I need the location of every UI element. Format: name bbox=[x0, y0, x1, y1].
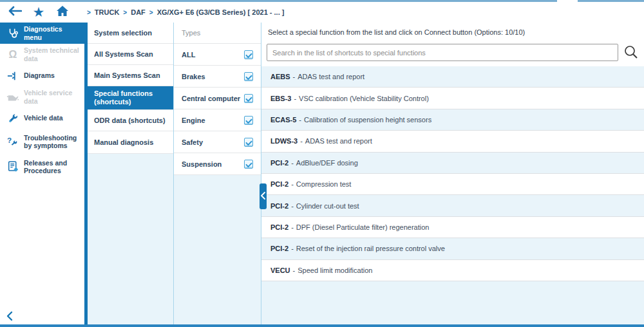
type-filter-label: Central computer bbox=[182, 95, 240, 102]
function-code: AEBS bbox=[270, 73, 290, 80]
special-function-row-pci2-rail-pressure[interactable]: PCI-2 - Reset of the injection rail pres… bbox=[261, 238, 644, 259]
special-functions-panel: Select a special function from the list … bbox=[261, 23, 644, 324]
special-function-row-ldws3-adas[interactable]: LDWS-3 - ADAS test and report bbox=[261, 131, 644, 152]
wiring-diagram-icon bbox=[5, 70, 21, 82]
sidebar-item-label: Diagnostics menu bbox=[21, 25, 82, 41]
sidebar-item-vehicle-service-data[interactable]: Vehicle service data bbox=[0, 86, 84, 107]
function-description: DPF (Diesel Particulate filter) regenera… bbox=[296, 223, 430, 231]
checked-checkbox[interactable] bbox=[244, 94, 253, 103]
function-separator: - bbox=[291, 180, 294, 188]
type-filter-central-computer[interactable]: Central computer bbox=[174, 88, 261, 109]
bottom-accent-strip bbox=[0, 324, 644, 327]
submenu-item-main-systems-scan[interactable]: Main Systems Scan bbox=[88, 65, 173, 86]
types-filter-column: Types ALL Brakes Central computer Engine… bbox=[174, 23, 261, 324]
diagnostics-submenu: System selection All Systems Scan Main S… bbox=[88, 23, 174, 324]
submenu-header-system-selection[interactable]: System selection bbox=[88, 23, 173, 44]
function-description: Speed limit modification bbox=[298, 266, 372, 274]
breadcrumb-item-daf[interactable]: DAF bbox=[131, 8, 146, 16]
home-button[interactable] bbox=[54, 4, 71, 21]
function-separator: - bbox=[294, 95, 296, 102]
special-function-row-ecas5-calibration[interactable]: ECAS-5 - Calibration of suspension heigh… bbox=[261, 109, 644, 131]
favorites-button[interactable] bbox=[30, 4, 47, 21]
submenu-item-manual-diagnosis[interactable]: Manual diagnosis bbox=[88, 131, 173, 154]
special-function-row-ebs3-vsc[interactable]: EBS-3 - VSC calibration (Vehicle Stabili… bbox=[261, 88, 644, 109]
function-code: LDWS-3 bbox=[270, 137, 298, 145]
function-code: PCI-2 bbox=[270, 202, 289, 210]
special-function-row-vecu-speed-limit[interactable]: VECU - Speed limit modification bbox=[261, 260, 644, 281]
home-icon bbox=[56, 5, 69, 19]
function-description: ADAS test and report bbox=[298, 73, 365, 80]
panel-collapse-button[interactable] bbox=[260, 183, 267, 209]
function-description: ADAS test and report bbox=[305, 137, 372, 145]
top-bar: > TRUCK > DAF > XG/XG+ E6 (G3/CB Series)… bbox=[0, 2, 644, 23]
checked-checkbox[interactable] bbox=[244, 138, 253, 147]
function-separator: - bbox=[299, 116, 301, 124]
svg-text:?: ? bbox=[7, 136, 12, 144]
function-description: Cylinder cut-out test bbox=[296, 202, 359, 210]
submenu-item-odr-data-shortcuts[interactable]: ODR data (shortcuts) bbox=[88, 110, 173, 131]
checked-checkbox[interactable] bbox=[244, 116, 253, 125]
special-function-row-pci2-compression[interactable]: PCI-2 - Compression test bbox=[261, 174, 644, 195]
type-filter-suspension[interactable]: Suspension bbox=[174, 153, 261, 175]
function-code: PCI-2 bbox=[270, 159, 289, 167]
checked-checkbox[interactable] bbox=[244, 160, 253, 169]
type-filter-all[interactable]: ALL bbox=[174, 44, 261, 66]
panel-empty-area bbox=[261, 281, 644, 324]
sidebar-collapse-button[interactable] bbox=[6, 311, 13, 324]
chevron-left-icon bbox=[261, 191, 265, 202]
sidebar-item-label: System technical data bbox=[21, 46, 82, 62]
special-functions-list: AEBS - ADAS test and report EBS-3 - VSC … bbox=[261, 66, 644, 281]
main-sidebar: Diagnostics menu System technical data D… bbox=[0, 23, 84, 324]
function-code: PCI-2 bbox=[270, 180, 289, 188]
function-code: ECAS-5 bbox=[270, 116, 296, 124]
function-description: Compression test bbox=[296, 180, 352, 188]
question-wrench-icon: ? bbox=[5, 136, 21, 147]
breadcrumb-item-truck[interactable]: TRUCK bbox=[95, 8, 120, 16]
function-code: EBS-3 bbox=[270, 95, 291, 102]
search-button[interactable] bbox=[623, 45, 639, 62]
sidebar-item-vehicle-data[interactable]: Vehicle data bbox=[0, 107, 84, 129]
instruction-text: Select a special function from the list … bbox=[268, 28, 525, 36]
type-filter-engine[interactable]: Engine bbox=[174, 109, 261, 131]
type-filter-label: ALL bbox=[182, 51, 195, 59]
sidebar-item-troubleshooting-by-symptoms[interactable]: ? Troubleshooting by symptoms bbox=[0, 129, 84, 154]
function-separator: - bbox=[291, 223, 294, 231]
omega-icon bbox=[5, 49, 21, 61]
type-filter-label: Engine bbox=[182, 117, 205, 124]
function-separator: - bbox=[291, 245, 294, 252]
sidebar-item-releases-and-procedures[interactable]: Releases and Procedures bbox=[0, 154, 84, 179]
checked-checkbox[interactable] bbox=[244, 72, 253, 81]
special-function-row-pci2-cylinder-cutout[interactable]: PCI-2 - Cylinder cut-out test bbox=[261, 195, 644, 216]
type-filter-safety[interactable]: Safety bbox=[174, 131, 261, 153]
star-icon bbox=[33, 5, 45, 19]
function-separator: - bbox=[293, 266, 296, 274]
checked-checkbox[interactable] bbox=[244, 50, 253, 59]
search-input[interactable] bbox=[267, 44, 618, 61]
special-function-row-pci2-dpf[interactable]: PCI-2 - DPF (Diesel Particulate filter) … bbox=[261, 217, 644, 238]
back-button[interactable] bbox=[6, 4, 23, 21]
document-gear-icon bbox=[5, 161, 21, 173]
search-icon bbox=[623, 44, 639, 62]
special-functions-header: Select a special function from the list … bbox=[261, 23, 644, 66]
function-separator: - bbox=[293, 73, 296, 80]
type-filter-label: Safety bbox=[182, 138, 203, 146]
breadcrumb-item-model[interactable]: XG/XG+ E6 (G3/CB Series) [ 2021 - ... ] bbox=[157, 8, 285, 16]
special-function-row-aebs-adas[interactable]: AEBS - ADAS test and report bbox=[261, 66, 644, 88]
breadcrumb-separator: > bbox=[87, 9, 91, 16]
function-description: AdBlue/DEF dosing bbox=[296, 159, 358, 167]
function-description: VSC calibration (Vehicle Stability Contr… bbox=[299, 95, 429, 102]
function-code: PCI-2 bbox=[270, 223, 289, 231]
back-arrow-icon bbox=[8, 6, 22, 19]
stethoscope-icon bbox=[5, 28, 21, 39]
special-function-row-pci2-adblue[interactable]: PCI-2 - AdBlue/DEF dosing bbox=[261, 153, 644, 174]
submenu-item-special-functions-shortcuts[interactable]: Special functions (shortcuts) bbox=[88, 86, 173, 110]
sidebar-item-diagnostics-menu[interactable]: Diagnostics menu bbox=[0, 23, 84, 44]
submenu-item-all-systems-scan[interactable]: All Systems Scan bbox=[88, 44, 173, 65]
breadcrumb-separator: > bbox=[123, 9, 127, 16]
type-filter-brakes[interactable]: Brakes bbox=[174, 66, 261, 88]
sidebar-item-diagrams[interactable]: Diagrams bbox=[0, 65, 84, 86]
sidebar-item-system-technical-data[interactable]: System technical data bbox=[0, 44, 84, 65]
function-separator: - bbox=[300, 137, 303, 145]
sidebar-item-label: Vehicle data bbox=[21, 114, 63, 122]
wrench-icon bbox=[5, 113, 21, 124]
